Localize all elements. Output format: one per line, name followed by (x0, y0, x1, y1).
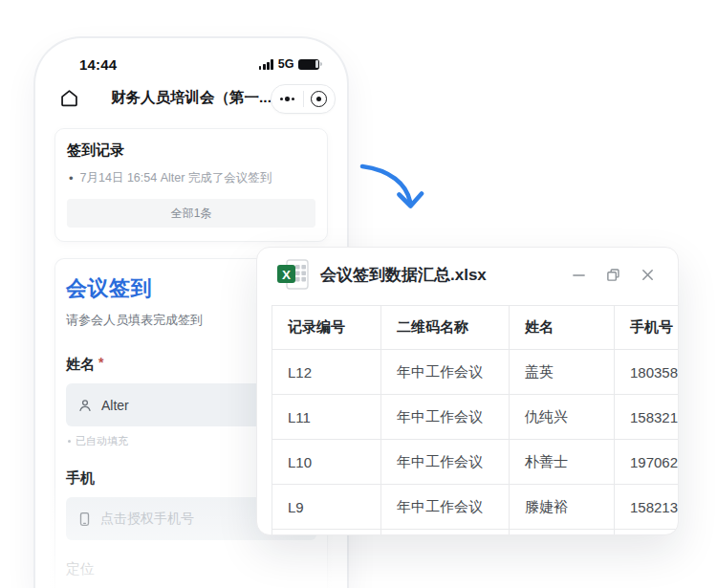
signin-data-table: 记录编号二维码名称姓名手机号L12年中工作会议盖英18035832064L11年… (272, 305, 679, 535)
table-cell[interactable]: 朴善士 (510, 440, 615, 485)
table-cell[interactable] (381, 530, 510, 536)
table-cell[interactable]: 年中工作会议 (381, 485, 510, 530)
bullet: • (69, 172, 74, 185)
column-header[interactable]: 记录编号 (272, 306, 381, 350)
table-cell[interactable]: 15832160861 (615, 395, 680, 440)
page-title: 财务人员培训会（第一... (93, 88, 290, 108)
window-title: 会议签到数据汇总.xlsx (320, 264, 487, 286)
table-cell[interactable]: 年中工作会议 (381, 440, 510, 485)
table-cell[interactable]: L11 (272, 395, 381, 440)
battery-icon (298, 59, 322, 70)
network-label: 5G (278, 57, 294, 71)
person-icon (77, 398, 93, 413)
home-icon[interactable] (57, 86, 80, 109)
table-row: L12年中工作会议盖英18035832064 (272, 350, 680, 395)
table-row: L10年中工作会议朴善士19706203116 (272, 440, 680, 485)
table-cell[interactable]: 盖英 (510, 350, 615, 395)
column-header[interactable]: 二维码名称 (381, 306, 510, 350)
phone-icon (77, 512, 92, 527)
status-indicators: 5G (259, 57, 322, 71)
required-mark: * (98, 356, 103, 370)
table-cell[interactable]: L10 (272, 440, 381, 485)
record-card-title: 签到记录 (67, 142, 315, 160)
excel-file-icon: X (276, 259, 311, 290)
record-entry-text: 7月14日 16:54 Alter 完成了会议签到 (80, 170, 272, 186)
table-row: L9年中工作会议滕婕裕15821383420 (272, 485, 680, 530)
curved-arrow-icon (356, 151, 424, 224)
location-label: 定位 (66, 560, 316, 578)
record-entry: • 7月14日 16:54 Alter 完成了会议签到 (67, 170, 315, 186)
window-controls (571, 267, 655, 282)
close-icon[interactable] (640, 267, 655, 282)
table-cell[interactable] (510, 530, 615, 536)
svg-text:X: X (282, 268, 291, 282)
column-header[interactable]: 手机号 (615, 306, 680, 350)
table-cell[interactable]: L12 (272, 350, 381, 395)
phone-placeholder: 点击授权手机号 (100, 511, 194, 528)
table-cell[interactable]: 年中工作会议 (381, 350, 510, 395)
more-dots-icon[interactable] (272, 85, 303, 113)
screenshot-canvas: 14:44 5G 财务人员培训会（第一... (0, 0, 717, 588)
name-value: Alter (101, 398, 129, 413)
restore-icon[interactable] (605, 267, 620, 282)
nav-bar: 财务人员培训会（第一... (35, 82, 347, 115)
status-time: 14:44 (79, 56, 117, 73)
checkin-record-card: 签到记录 • 7月14日 16:54 Alter 完成了会议签到 全部1条 (54, 128, 328, 242)
status-bar: 14:44 5G (35, 54, 347, 75)
table-row: L11年中工作会议仇纯兴15832160861 (272, 395, 680, 440)
table-cell[interactable]: 15821383420 (615, 485, 680, 530)
table-header-row: 记录编号二维码名称姓名手机号 (272, 306, 680, 350)
signal-icon (259, 59, 273, 70)
miniprogram-capsule (271, 84, 336, 114)
table-row-empty (272, 530, 680, 536)
view-all-button[interactable]: 全部1条 (67, 199, 315, 228)
excel-window: X 会议签到数据汇总.xlsx 记录编号二维码名称姓名手机号L12年中工作会议盖… (256, 247, 679, 535)
table-cell[interactable]: 18035832064 (615, 350, 680, 395)
table-cell[interactable]: L9 (272, 485, 381, 530)
table-cell[interactable]: 滕婕裕 (510, 485, 615, 530)
capsule-target-icon[interactable] (304, 85, 336, 113)
table-cell[interactable]: 仇纯兴 (510, 395, 615, 440)
table-cell[interactable] (615, 530, 680, 536)
table-cell[interactable]: 19706203116 (615, 440, 680, 485)
table-cell[interactable]: 年中工作会议 (381, 395, 510, 440)
minimize-icon[interactable] (571, 267, 586, 282)
window-titlebar: X 会议签到数据汇总.xlsx (257, 248, 678, 301)
table-cell[interactable] (272, 530, 381, 536)
column-header[interactable]: 姓名 (510, 306, 615, 350)
